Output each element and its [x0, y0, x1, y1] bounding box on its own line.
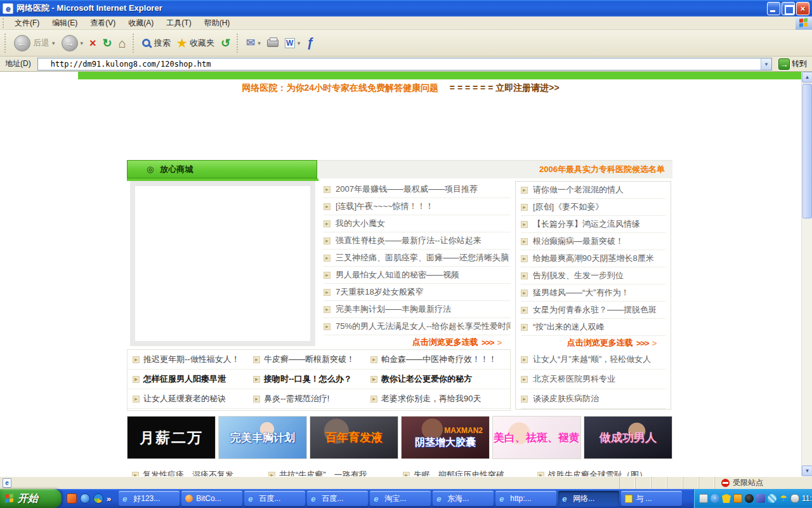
close-button[interactable]: ×	[796, 2, 809, 15]
list-item[interactable]: ▸我的大小魔女	[324, 215, 511, 232]
ad-banner-hair[interactable]: 百年育发液	[310, 416, 398, 459]
vertical-scrollbar[interactable]: ▲ ▼	[801, 72, 812, 476]
list-item[interactable]: ▸让女人“月”来越“顺”，轻松做女人	[521, 350, 665, 370]
task-button[interactable]: 与 ...	[621, 491, 682, 506]
edit-with-word-button[interactable]: W ▾	[282, 36, 304, 50]
list-item[interactable]: ▸“按”出来的迷人双峰	[521, 319, 665, 336]
go-button[interactable]: → 转到	[775, 57, 811, 71]
ad-banner-breast[interactable]: 完美丰胸计划	[218, 416, 307, 459]
forward-button[interactable]: → ▾	[58, 33, 87, 53]
screenshot-tool-icon[interactable]	[67, 493, 77, 504]
grid-link[interactable]: ▸接吻时--口臭！怎么办？	[248, 370, 365, 389]
list-item[interactable]: ▸根治癫痫病—最新突破！	[521, 233, 665, 250]
back-button[interactable]: ← 后退 ▾	[11, 33, 58, 53]
grid-link[interactable]: ▸教你让老公更爱你的秘方	[365, 370, 510, 389]
grid-link[interactable]: ▸帕金森——中医神奇疗效！！！	[365, 350, 510, 370]
more-links-middle[interactable]: 点击浏览更多连载 >>> >	[324, 335, 511, 349]
discuss-button[interactable]: ƒ	[303, 34, 317, 52]
mail-dropdown-icon[interactable]: ▾	[258, 40, 261, 46]
minimize-button[interactable]	[767, 2, 780, 15]
list-item[interactable]: ▸强直性脊柱炎——最新疗法--让你站起来	[324, 232, 511, 250]
list-item[interactable]: ▸男人最怕女人知道的秘密——视频	[324, 267, 511, 284]
menu-help[interactable]: 帮助(H)	[198, 17, 237, 30]
internet-explorer-icon[interactable]	[80, 493, 90, 504]
list-item[interactable]: ▸猛男雄风——“大”有作为！	[521, 284, 665, 302]
list-item[interactable]: ▸谈谈皮肤疾病防治	[521, 389, 665, 409]
scroll-down-button[interactable]: ▼	[802, 465, 812, 476]
list-item[interactable]: ▸请你做一个老混混的情人	[521, 182, 665, 199]
list-item[interactable]: ▸[原创]《妻不如妾》	[521, 199, 665, 216]
list-item[interactable]: ▸[连载]午夜~~~~惊情！！！	[324, 198, 511, 215]
task-button[interactable]: ehttp:...	[495, 491, 556, 506]
stop-button[interactable]: ×	[86, 35, 100, 51]
keyboard-layout-icon[interactable]	[699, 494, 708, 503]
scrollbar-thumb[interactable]	[802, 84, 812, 218]
messenger-icon[interactable]	[756, 494, 765, 503]
ad-banner-maxman[interactable]: MAXMAN2 阴茎增大胶囊	[401, 416, 490, 459]
list-item[interactable]: ▸女星为何青春永驻？——摆脱色斑	[521, 302, 665, 319]
back-dropdown-icon[interactable]: ▾	[52, 40, 55, 46]
grid-link[interactable]: ▸老婆求你别走，再给我90天	[365, 389, 510, 409]
grid-link[interactable]: ▸复发性痘疹，湿疹不复发	[127, 467, 263, 476]
edit-dropdown-icon[interactable]: ▾	[298, 40, 301, 46]
grid-link[interactable]: ▸战胜牛皮癣全球雪耻（图）	[532, 467, 672, 476]
list-item[interactable]: ▸告别脱发、生发一步到位	[521, 267, 665, 284]
menu-tools[interactable]: 工具(T)	[160, 17, 197, 30]
lock-icon[interactable]	[733, 494, 742, 503]
grid-link[interactable]: ▸怎样征服男人阳痿早泄	[128, 370, 248, 389]
scroll-up-button[interactable]: ▲	[802, 72, 812, 83]
task-button[interactable]: e东海...	[433, 491, 494, 506]
favorites-button[interactable]: ★ 收藏夹	[174, 35, 218, 51]
register-link[interactable]: = = = = = = 立即注册请进>>	[450, 83, 560, 93]
menu-view[interactable]: 查看(V)	[84, 17, 122, 30]
list-item[interactable]: ▸【长篇分享】鸿运之流风情缘	[521, 216, 665, 233]
media-player-icon[interactable]	[93, 493, 103, 504]
tray-clock[interactable]: 11:08	[802, 494, 812, 503]
ad-banner-man[interactable]: 做成功男人	[584, 416, 672, 459]
quick-launch-overflow-chevron[interactable]: »	[107, 494, 111, 504]
menu-edit[interactable]: 编辑(E)	[46, 17, 84, 30]
address-input[interactable]	[38, 59, 761, 69]
list-item[interactable]: ▸完美丰胸计划——丰胸最新疗法	[324, 301, 511, 318]
menu-favorites[interactable]: 收藏(A)	[122, 17, 160, 30]
search-button[interactable]: 搜索	[139, 36, 174, 51]
grid-link[interactable]: ▸推迟更年期--做性福女人！	[128, 350, 248, 370]
download-tool-icon[interactable]	[745, 494, 754, 503]
more-links-right[interactable]: 点击浏览更多连载 >>> >	[521, 336, 665, 350]
ad-banner-salary[interactable]: 月薪二万	[127, 416, 216, 459]
task-button[interactable]: e百度...	[307, 491, 368, 506]
grid-link[interactable]: ▸让女人延缓衰老的秘诀	[128, 389, 248, 409]
task-button[interactable]: e好123...	[119, 491, 180, 506]
grid-link[interactable]: ▸共抗“牛皮癣”，一路有我	[263, 467, 398, 476]
collapse-tray-chevron-icon[interactable]: ‹	[710, 494, 719, 503]
mouse-utility-icon[interactable]	[790, 494, 799, 503]
address-dropdown-icon[interactable]: ▾	[761, 58, 771, 70]
umbrella-icon[interactable]: ☂	[779, 494, 788, 503]
task-button[interactable]: e淘宝...	[370, 491, 431, 506]
grid-link[interactable]: ▸鼻炎--需规范治疗!	[248, 389, 365, 409]
security-shield-icon[interactable]	[722, 494, 731, 503]
task-button-active[interactable]: e网络...	[558, 491, 619, 506]
mail-button[interactable]: ✉ ▾	[243, 35, 264, 51]
list-item[interactable]: ▸三叉神经痛、面肌痉挛、面瘫——还您清晰头脑	[324, 250, 511, 267]
history-button[interactable]: ↺	[218, 35, 233, 51]
ad-banner-whitening[interactable]: 美白、祛斑、褪黄	[492, 416, 581, 459]
forward-dropdown-icon[interactable]: ▾	[81, 40, 84, 46]
start-button[interactable]: 开始	[0, 489, 62, 508]
refresh-button[interactable]: ↻	[100, 35, 115, 51]
task-button[interactable]: e百度...	[244, 491, 305, 506]
list-item[interactable]: ▸7天重获18岁处女般紧窄	[324, 284, 511, 301]
list-item[interactable]: ▸北京天桥医院男科专业	[521, 370, 665, 389]
grid-link[interactable]: ▸牛皮癣——断根新突破！	[248, 350, 365, 370]
task-button[interactable]: BitCo...	[181, 491, 242, 506]
home-button[interactable]: ⌂	[115, 35, 129, 51]
antivirus-ball-icon[interactable]	[768, 494, 776, 503]
list-item[interactable]: ▸2007年最赚钱——最权威——项目推荐	[324, 181, 511, 198]
print-button[interactable]	[264, 37, 282, 49]
list-item[interactable]: ▸给她最爽高潮90天阴茎增长8厘米	[521, 250, 665, 267]
list-item[interactable]: ▸75%的男人无法满足女人--给你超长享受性爱时间	[324, 318, 511, 335]
maximize-button[interactable]	[782, 2, 795, 15]
grid-link[interactable]: ▸失眠、抑郁症历史性突破	[398, 467, 532, 476]
shop-mall-tab[interactable]: ◎ 放心商城	[127, 160, 317, 178]
menu-file[interactable]: 文件(F)	[8, 17, 46, 30]
